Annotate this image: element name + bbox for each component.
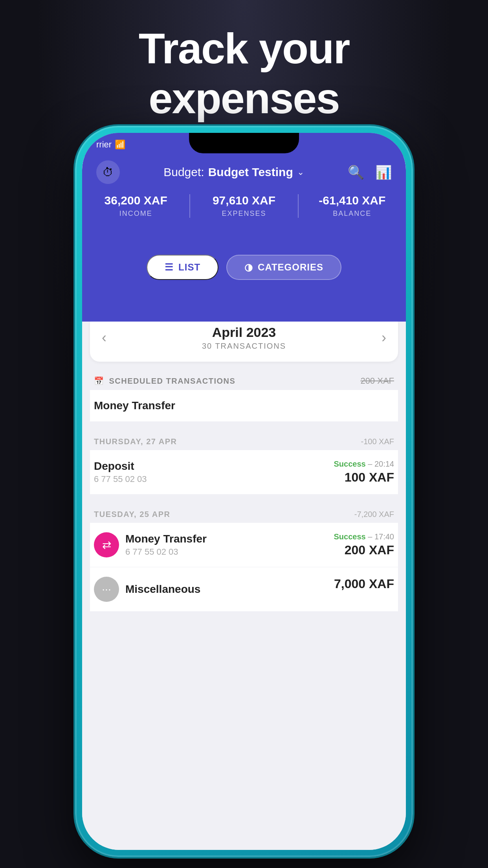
transaction-time: – 20:14 [368,460,394,468]
balance-label: BALANCE [299,210,406,218]
budget-selector[interactable]: Budget: Budget Testing ⌄ [163,166,304,179]
day-label: THURSDAY, 27 APR [94,437,177,446]
income-stat: 36,200 XAF INCOME [82,194,189,218]
app-header: rrier 📶 ⏱ Budget: Budget Testing ⌄ [82,133,406,322]
balance-amount: -61,410 XAF [299,194,406,207]
calendar-icon: 📅 [94,376,105,386]
stats-row: 36,200 XAF INCOME 97,610 XAF EXPENSES -6… [82,194,406,218]
scheduled-label: SCHEDULED TRANSACTIONS [109,377,236,386]
balance-stat: -61,410 XAF BALANCE [299,194,406,218]
hero-section: Track your expenses [0,24,488,123]
status-badge: Success [334,532,366,541]
content-area: ‹ April 2023 30 TRANSACTIONS › 📅 SCHEDUL… [82,306,406,850]
transaction-info: Deposit 6 77 55 02 03 [94,460,334,484]
wifi-icon: 📶 [115,140,125,150]
transaction-info: Money Transfer [94,399,394,412]
list-view-button[interactable]: ☰ LIST [147,255,218,280]
income-label: INCOME [82,210,189,218]
transaction-subtitle: 6 77 55 02 03 [125,547,207,557]
transfer-icon: ⇄ [102,539,111,552]
phone-frame: rrier 📶 ⏱ Budget: Budget Testing ⌄ [75,126,413,857]
carrier-text: rrier 📶 [96,140,125,150]
transaction-amount: 200 XAF [334,543,394,557]
table-row[interactable]: Deposit 6 77 55 02 03 Success – 20:14 10… [90,450,398,494]
day-total: -100 XAF [361,437,394,446]
phone-screen: rrier 📶 ⏱ Budget: Budget Testing ⌄ [82,133,406,850]
day-total: -7,200 XAF [354,510,394,519]
list-label: LIST [178,262,200,273]
misc-icon: ··· [102,583,111,596]
phone-notch [189,133,299,153]
scheduled-label-area: 📅 SCHEDULED TRANSACTIONS [94,376,235,386]
transactions-list: 📅 SCHEDULED TRANSACTIONS 200 XAF Money T… [82,370,406,611]
transaction-info: ··· Miscellaneous [94,577,334,602]
transaction-amounts: Success – 20:14 100 XAF [334,460,394,485]
section-separator [90,494,398,499]
logo-icon: ⏱ [103,166,114,179]
categories-view-button[interactable]: ◑ CATEGORIES [226,255,341,280]
prev-month-button[interactable]: ‹ [102,329,106,346]
month-title: April 2023 [202,325,286,340]
table-row[interactable]: Money Transfer [90,390,398,421]
transaction-time: – 17:40 [368,532,394,541]
transaction-subtitle: 6 77 55 02 03 [94,474,334,484]
avatar: ··· [94,577,119,602]
budget-prefix: Budget: [163,166,204,179]
transaction-name: Deposit [94,460,334,473]
transaction-amount: 7,000 XAF [334,577,394,591]
next-month-button[interactable]: › [382,329,386,346]
month-info: April 2023 30 TRANSACTIONS [202,325,286,351]
income-amount: 36,200 XAF [82,194,189,207]
status-badge: Success [334,460,366,468]
scheduled-amount: 200 XAF [360,376,394,386]
table-row[interactable]: ⇄ Money Transfer 6 77 55 02 03 Success –… [90,523,398,567]
categories-icon: ◑ [244,262,253,273]
view-toggle: ☰ LIST ◑ CATEGORIES [82,255,406,280]
header-nav: ⏱ Budget: Budget Testing ⌄ 🔍 📊 [82,156,406,188]
hero-title: Track your expenses [0,24,488,123]
app-logo[interactable]: ⏱ [96,160,120,184]
avatar: ⇄ [94,532,119,557]
search-icon[interactable]: 🔍 [348,164,364,180]
chevron-down-icon: ⌄ [297,167,304,177]
transaction-info: ⇄ Money Transfer 6 77 55 02 03 [94,532,334,557]
transaction-text: Miscellaneous [125,583,200,596]
section-separator [90,421,398,426]
transaction-name: Miscellaneous [125,583,200,596]
table-row[interactable]: ··· Miscellaneous 7,000 XAF [90,567,398,611]
transaction-text: Money Transfer 6 77 55 02 03 [125,533,207,557]
list-icon: ☰ [165,262,174,273]
day-label: TUESDAY, 25 APR [94,510,170,519]
expenses-stat: 97,610 XAF EXPENSES [190,194,297,218]
header-actions: 🔍 📊 [348,164,392,180]
transaction-status: Success – 17:40 [334,532,394,541]
transaction-amounts: 7,000 XAF [334,577,394,591]
chart-icon[interactable]: 📊 [375,164,392,180]
transaction-name: Money Transfer [125,533,207,545]
transaction-count: 30 TRANSACTIONS [202,342,286,351]
expenses-amount: 97,610 XAF [190,194,297,207]
day-header-thu27: THURSDAY, 27 APR -100 XAF [90,426,398,450]
transaction-name: Money Transfer [94,399,394,412]
budget-name: Budget Testing [208,166,293,179]
phone-mockup: rrier 📶 ⏱ Budget: Budget Testing ⌄ [75,126,413,857]
transaction-amounts: Success – 17:40 200 XAF [334,532,394,557]
categories-label: CATEGORIES [258,262,323,273]
transaction-status: Success – 20:14 [334,460,394,469]
day-header-tue25: TUESDAY, 25 APR -7,200 XAF [90,499,398,523]
transaction-amount: 100 XAF [334,470,394,485]
scheduled-section-header: 📅 SCHEDULED TRANSACTIONS 200 XAF [90,370,398,390]
expenses-label: EXPENSES [190,210,297,218]
